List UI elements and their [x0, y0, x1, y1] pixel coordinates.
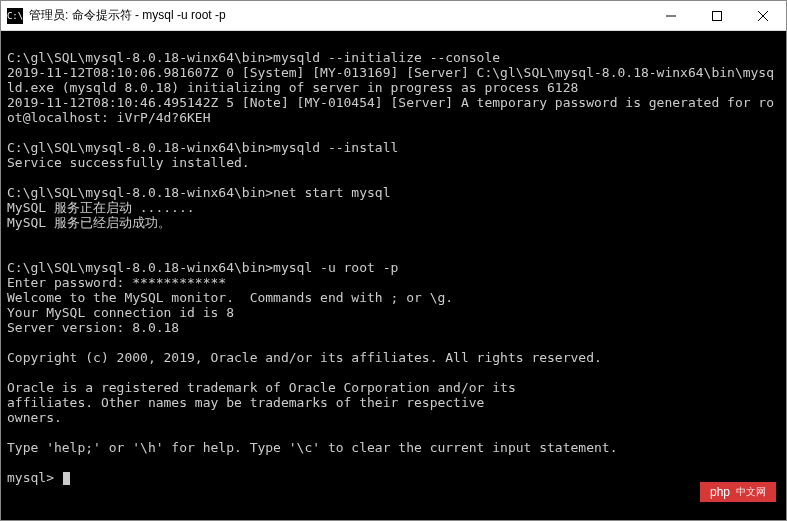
watermark-text: php	[710, 485, 730, 499]
close-icon	[758, 11, 768, 21]
maximize-button[interactable]	[694, 1, 740, 30]
close-button[interactable]	[740, 1, 786, 30]
watermark-cn: 中文网	[736, 485, 766, 499]
window-controls	[648, 1, 786, 30]
svg-rect-1	[713, 11, 722, 20]
maximize-icon	[712, 11, 722, 21]
minimize-icon	[666, 11, 676, 21]
terminal-cursor	[63, 472, 70, 485]
terminal-text: C:\gl\SQL\mysql-8.0.18-winx64\bin>mysqld…	[7, 50, 774, 485]
window-title: 管理员: 命令提示符 - mysql -u root -p	[29, 7, 648, 24]
terminal-output[interactable]: C:\gl\SQL\mysql-8.0.18-winx64\bin>mysqld…	[1, 31, 786, 520]
minimize-button[interactable]	[648, 1, 694, 30]
window-titlebar: C:\ 管理员: 命令提示符 - mysql -u root -p	[1, 1, 786, 31]
watermark-badge: php 中文网	[700, 482, 776, 502]
app-icon: C:\	[7, 8, 23, 24]
